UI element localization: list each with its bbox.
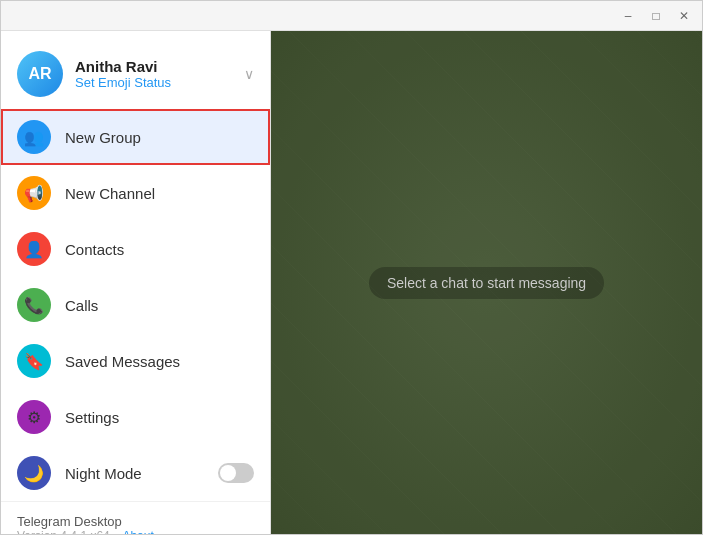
calls-icon: 📞 [17,288,51,322]
profile-name: Anitha Ravi [75,58,232,75]
profile-info: Anitha Ravi Set Emoji Status [75,58,232,90]
minimize-button[interactable]: – [614,5,642,27]
menu-item-settings[interactable]: ⚙Settings [1,389,270,445]
chevron-down-icon: ∨ [244,66,254,82]
sidebar: AR Anitha Ravi Set Emoji Status ∨ 👥New G… [1,31,271,534]
settings-icon: ⚙ [17,400,51,434]
main-content: AR Anitha Ravi Set Emoji Status ∨ 👥New G… [1,31,702,534]
version-text: Version 4.4.1 x64 – [17,529,122,534]
night-mode-label: Night Mode [65,465,142,482]
chat-panel: Select a chat to start messaging [271,31,702,534]
menu-item-contacts[interactable]: 👤Contacts [1,221,270,277]
night-mode-icon: 🌙 [17,456,51,490]
version-label: Version 4.4.1 x64 – About [17,529,254,534]
avatar: AR [17,51,63,97]
calls-label: Calls [65,297,98,314]
menu-item-new-group[interactable]: 👥New Group [1,109,270,165]
menu-list: 👥New Group📢New Channel👤Contacts📞Calls🔖Sa… [1,109,270,501]
contacts-label: Contacts [65,241,124,258]
select-chat-message: Select a chat to start messaging [369,267,604,299]
settings-label: Settings [65,409,119,426]
title-bar: – □ ✕ [1,1,702,31]
menu-item-calls[interactable]: 📞Calls [1,277,270,333]
menu-item-new-channel[interactable]: 📢New Channel [1,165,270,221]
about-link[interactable]: About [122,529,153,534]
footer-area: Telegram Desktop Version 4.4.1 x64 – Abo… [1,501,270,534]
contacts-icon: 👤 [17,232,51,266]
app-window: – □ ✕ AR Anitha Ravi Set Emoji Status ∨ … [0,0,703,535]
saved-messages-icon: 🔖 [17,344,51,378]
menu-item-night-mode[interactable]: 🌙Night Mode [1,445,270,501]
new-channel-label: New Channel [65,185,155,202]
menu-item-saved-messages[interactable]: 🔖Saved Messages [1,333,270,389]
close-button[interactable]: ✕ [670,5,698,27]
set-emoji-status-link[interactable]: Set Emoji Status [75,75,232,90]
new-group-icon: 👥 [17,120,51,154]
new-channel-icon: 📢 [17,176,51,210]
profile-area[interactable]: AR Anitha Ravi Set Emoji Status ∨ [1,31,270,109]
new-group-label: New Group [65,129,141,146]
saved-messages-label: Saved Messages [65,353,180,370]
maximize-button[interactable]: □ [642,5,670,27]
night-mode-toggle[interactable] [218,463,254,483]
app-name-label: Telegram Desktop [17,514,254,529]
